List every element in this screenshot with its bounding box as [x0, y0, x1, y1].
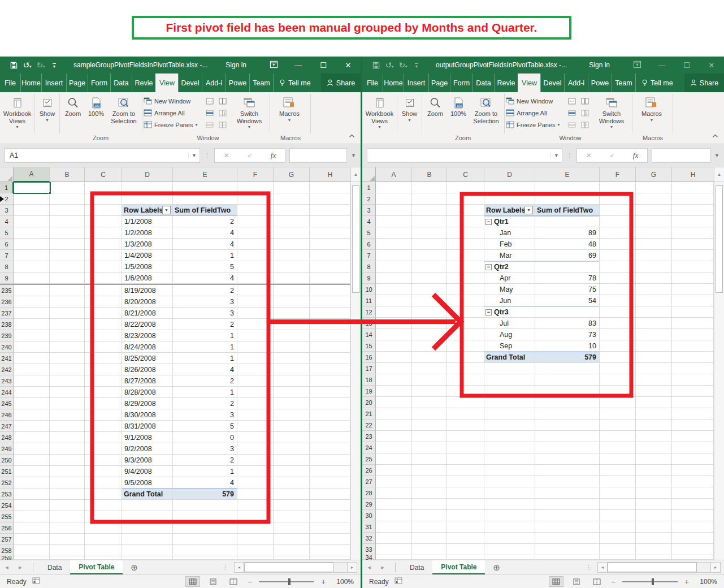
grid-cell[interactable] — [447, 284, 484, 295]
hscroll-right-icon[interactable]: ▸ — [347, 562, 357, 573]
grid-cell[interactable] — [447, 306, 484, 318]
row-header[interactable]: 235 — [0, 285, 14, 296]
grid-cell[interactable] — [274, 511, 310, 522]
grid-cell[interactable] — [274, 239, 310, 250]
grid-cell[interactable] — [310, 387, 350, 398]
grid-cell[interactable] — [173, 182, 237, 193]
row-header[interactable]: 237 — [0, 308, 14, 319]
grid-cell[interactable] — [122, 545, 173, 556]
grid-cell[interactable] — [50, 330, 85, 341]
pivot-value[interactable]: 2 — [173, 319, 237, 330]
grid-cell[interactable] — [173, 193, 237, 205]
grid-cell[interactable] — [672, 261, 714, 273]
grid-cell[interactable] — [173, 500, 237, 511]
customize-quick-access-icon[interactable]: ▼ — [47, 61, 61, 69]
pivot-value[interactable]: 1 — [173, 353, 237, 364]
grid-cell[interactable] — [636, 284, 672, 295]
grid-cell[interactable] — [85, 409, 122, 421]
tab-add-ins[interactable]: Add-i — [202, 74, 226, 92]
row-header[interactable]: 3 — [362, 205, 376, 216]
pivot-value[interactable]: 1 — [173, 330, 237, 341]
grid-cell[interactable] — [274, 250, 310, 261]
grid-cell[interactable] — [376, 510, 412, 521]
grid-cell[interactable] — [412, 227, 447, 239]
grid-cell[interactable] — [636, 306, 672, 318]
new-sheet-icon[interactable]: ⊕ — [123, 560, 145, 574]
row-header[interactable]: 5 — [0, 227, 14, 239]
row-header[interactable]: 9 — [362, 273, 376, 284]
grid-cell[interactable] — [447, 193, 484, 205]
grid-cell[interactable] — [85, 477, 122, 488]
pivot-group-label[interactable]: −Qtr3 — [484, 306, 535, 318]
pivot-value[interactable]: 69 — [535, 250, 600, 261]
row-header[interactable]: 27 — [362, 476, 376, 487]
grid-cell[interactable] — [484, 408, 535, 420]
grid-cell[interactable] — [484, 510, 535, 521]
pivot-value[interactable]: 73 — [535, 329, 600, 340]
grid-cell[interactable] — [600, 476, 636, 487]
row-header[interactable]: 3 — [0, 205, 14, 216]
vertical-scrollbar-thumb[interactable] — [352, 185, 359, 293]
grid-cell[interactable] — [274, 500, 310, 511]
grid-cell[interactable] — [447, 261, 484, 273]
page-layout-view-icon[interactable] — [206, 576, 220, 587]
row-header[interactable]: 245 — [0, 398, 14, 409]
grid-cell[interactable] — [14, 409, 50, 421]
grid-cell[interactable] — [310, 308, 350, 319]
new-sheet-icon[interactable]: ⊕ — [485, 560, 508, 574]
pivot-grand-total-value[interactable]: 579 — [173, 488, 237, 500]
grid-cell[interactable] — [50, 227, 85, 239]
grid-cell[interactable] — [274, 330, 310, 341]
grid-cell[interactable] — [376, 239, 412, 250]
grid-cell[interactable] — [310, 443, 350, 455]
grid-cell[interactable] — [672, 306, 714, 318]
grid-cell[interactable] — [672, 284, 714, 295]
grid-cell[interactable] — [600, 352, 636, 363]
grid-cell[interactable]: Row Labels▾ — [484, 205, 535, 216]
view-side-by-side-icon[interactable] — [219, 95, 227, 107]
maximize-button[interactable]: ☐ — [674, 61, 699, 70]
pivot-grand-total-label[interactable]: Grand Total — [484, 352, 535, 363]
split-icon[interactable] — [206, 95, 214, 107]
grid-cell[interactable] — [85, 511, 122, 522]
pivot-date-label[interactable]: 8/20/2008 — [122, 296, 173, 308]
pivot-date-label[interactable]: 8/29/2008 — [122, 398, 173, 409]
pivot-date-label[interactable]: 1/2/2008 — [122, 227, 173, 239]
grid-cell[interactable] — [310, 250, 350, 261]
grid-cell[interactable] — [484, 476, 535, 487]
collapse-ribbon-icon[interactable] — [712, 132, 718, 140]
grid-cell[interactable] — [672, 363, 714, 374]
grid-cell[interactable] — [14, 556, 50, 560]
pivot-date-label[interactable]: 1/1/2008 — [122, 216, 173, 227]
grid-cell[interactable] — [310, 432, 350, 443]
pivot-date-label[interactable]: 9/4/2008 — [122, 466, 173, 477]
grid-cell[interactable] — [310, 296, 350, 308]
hide-icon[interactable] — [206, 107, 214, 119]
zoom-slider-thumb[interactable] — [288, 578, 291, 585]
normal-view-icon[interactable] — [549, 576, 563, 587]
grid-cell[interactable] — [50, 296, 85, 308]
grid-cell[interactable] — [672, 555, 714, 560]
grid-cell[interactable] — [376, 521, 412, 533]
grid-cell[interactable] — [274, 375, 310, 387]
col-header-D[interactable]: D — [484, 167, 535, 182]
row-header[interactable]: 23 — [362, 431, 376, 442]
grid-cell[interactable] — [14, 488, 50, 500]
grid-cell[interactable] — [376, 544, 412, 555]
grid-cell[interactable] — [600, 306, 636, 318]
grid-cell[interactable] — [447, 227, 484, 239]
grid-cell[interactable] — [535, 499, 600, 510]
grid-cell[interactable] — [85, 488, 122, 500]
grid-cell[interactable] — [447, 386, 484, 397]
grid-cell[interactable] — [447, 499, 484, 510]
grid-cell[interactable] — [636, 510, 672, 521]
grid-cell[interactable] — [237, 398, 274, 409]
grid-cell[interactable] — [310, 364, 350, 375]
grid-cell[interactable] — [85, 239, 122, 250]
pivot-date-label[interactable]: 8/21/2008 — [122, 308, 173, 319]
grid-cell[interactable] — [376, 261, 412, 273]
grid-cell[interactable] — [310, 522, 350, 534]
grid-cell[interactable] — [600, 329, 636, 340]
row-header[interactable]: 18 — [362, 374, 376, 386]
grid-cell[interactable] — [672, 193, 714, 205]
